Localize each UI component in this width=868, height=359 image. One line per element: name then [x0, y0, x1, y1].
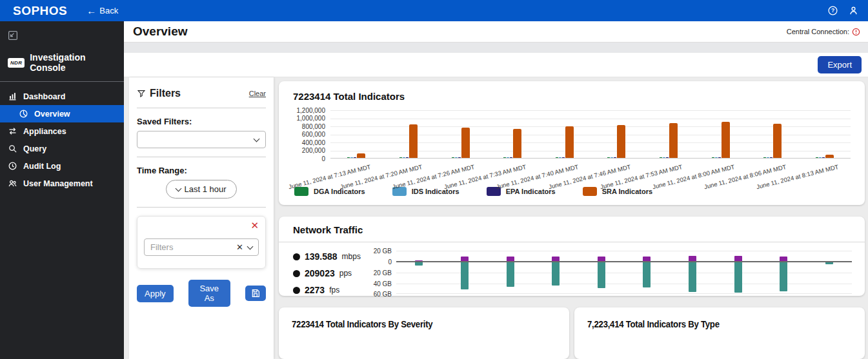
bar-ids[interactable]: [455, 157, 458, 158]
filter-combobox[interactable]: ✕: [144, 238, 259, 256]
legend-swatch: [583, 187, 597, 196]
sidebar-item-appliances[interactable]: Appliances: [0, 122, 124, 140]
sidebar-item-query[interactable]: Query: [0, 140, 124, 157]
bar-dga[interactable]: [712, 157, 714, 158]
bar-up[interactable]: [415, 260, 423, 261]
sidebar-item-audit-log[interactable]: Audit Log: [0, 157, 124, 175]
save-filter-button[interactable]: [245, 286, 266, 301]
remove-filter-icon[interactable]: ✕: [250, 220, 259, 231]
bar-ids[interactable]: [663, 157, 665, 158]
sidebar-item-dashboard[interactable]: Dashboard: [0, 88, 124, 105]
bar-ids[interactable]: [767, 157, 769, 158]
help-icon[interactable]: ?: [827, 5, 838, 16]
bar-ids[interactable]: [350, 157, 353, 158]
bar-up[interactable]: [507, 257, 514, 261]
legend-item-sra[interactable]: SRA Indicators: [583, 187, 652, 196]
bar-epa[interactable]: [718, 157, 721, 158]
bar-down[interactable]: [780, 262, 787, 291]
bar-epa[interactable]: [562, 157, 565, 158]
bar-epa[interactable]: [510, 157, 512, 158]
back-button[interactable]: ← Back: [86, 6, 118, 15]
bar-dga[interactable]: [660, 157, 662, 158]
bar-dga[interactable]: [556, 157, 558, 158]
indicators-by-type-title: 7,223,414 Total Indicators By Type: [587, 318, 820, 329]
sidebar-item-user-management[interactable]: User Management: [0, 175, 124, 192]
y-tick-label: 1,200,000: [297, 107, 326, 114]
bar-dga[interactable]: [816, 157, 818, 158]
bar-sra[interactable]: [617, 125, 625, 158]
sidebar-collapse-icon[interactable]: [7, 30, 19, 41]
sidebar-item-overview[interactable]: Overview: [0, 105, 124, 122]
indicators-by-type-card: 7,223,414 Total Indicators By Type: [574, 307, 865, 359]
legend-label: DGA Indicators: [314, 188, 365, 195]
bar-up[interactable]: [461, 257, 469, 262]
bar-up[interactable]: [689, 256, 696, 261]
bar-sra[interactable]: [565, 126, 574, 158]
bar-epa[interactable]: [614, 157, 616, 158]
bar-down[interactable]: [598, 262, 605, 288]
clear-input-icon[interactable]: ✕: [236, 242, 243, 252]
page-title: Overview: [133, 24, 188, 39]
bar-epa[interactable]: [354, 157, 356, 158]
y-tick-label: 20 GB: [374, 269, 392, 277]
bar-up[interactable]: [643, 257, 651, 261]
bar-ids[interactable]: [403, 157, 405, 158]
bar-ids[interactable]: [819, 157, 822, 158]
divider: [137, 207, 266, 208]
bar-up[interactable]: [598, 257, 605, 262]
bar-sra[interactable]: [825, 155, 834, 158]
bar-dga[interactable]: [607, 157, 610, 158]
bar-epa[interactable]: [406, 157, 409, 158]
bar-dga[interactable]: [763, 157, 766, 158]
bar-epa[interactable]: [458, 157, 461, 158]
main-area: Overview Central Connection: Export Filt…: [124, 21, 868, 359]
bar-epa[interactable]: [822, 157, 825, 158]
divider: [137, 157, 266, 157]
bar-dga[interactable]: [452, 157, 454, 158]
bar-ids[interactable]: [715, 157, 718, 158]
y-tick-label: 1,000,000: [297, 115, 326, 122]
save-as-button[interactable]: Save As: [188, 280, 230, 307]
legend-item-dga[interactable]: DGA Indicators: [294, 187, 365, 196]
export-button[interactable]: Export: [818, 56, 862, 73]
filter-input[interactable]: [150, 242, 232, 252]
bar-sra[interactable]: [513, 129, 521, 158]
bar-sra[interactable]: [722, 122, 730, 158]
bar-epa[interactable]: [770, 157, 772, 158]
bar-down[interactable]: [643, 262, 651, 287]
bar-dga[interactable]: [347, 157, 350, 158]
bar-sra[interactable]: [409, 124, 418, 158]
bar-dga[interactable]: [503, 157, 506, 158]
bar-sra[interactable]: [669, 123, 678, 158]
bar-up[interactable]: [780, 257, 787, 262]
stat-value: 139.588: [305, 251, 338, 262]
sidebar-divider: [0, 81, 124, 82]
bar-epa[interactable]: [666, 157, 669, 158]
y-tick-label: 60 GB: [374, 291, 392, 298]
bar-sra[interactable]: [773, 124, 782, 158]
bar-down[interactable]: [825, 262, 833, 264]
divider: [137, 108, 266, 108]
bar-up[interactable]: [734, 256, 742, 261]
time-range-select[interactable]: Last 1 hour: [166, 180, 236, 199]
bar-ids[interactable]: [559, 157, 561, 158]
user-icon[interactable]: [848, 5, 859, 16]
bar-ids[interactable]: [611, 157, 613, 158]
sidebar-item-label: Audit Log: [23, 162, 61, 171]
bar-dga[interactable]: [399, 157, 402, 158]
bar-sra[interactable]: [461, 128, 470, 159]
alert-icon[interactable]: [852, 28, 860, 36]
apply-button[interactable]: Apply: [137, 285, 174, 302]
bar-down[interactable]: [734, 262, 742, 293]
toolbar: Export: [124, 53, 868, 77]
bar-ids[interactable]: [507, 157, 509, 158]
clear-filters-link[interactable]: Clear: [249, 90, 266, 97]
bar-down[interactable]: [461, 262, 469, 289]
bar-up[interactable]: [552, 257, 560, 261]
bar-down[interactable]: [689, 262, 696, 292]
saved-filters-select[interactable]: [137, 131, 266, 148]
bar-down[interactable]: [507, 262, 514, 287]
bar-sra[interactable]: [357, 153, 365, 158]
bar-down[interactable]: [552, 262, 560, 286]
bar-down[interactable]: [415, 262, 423, 266]
